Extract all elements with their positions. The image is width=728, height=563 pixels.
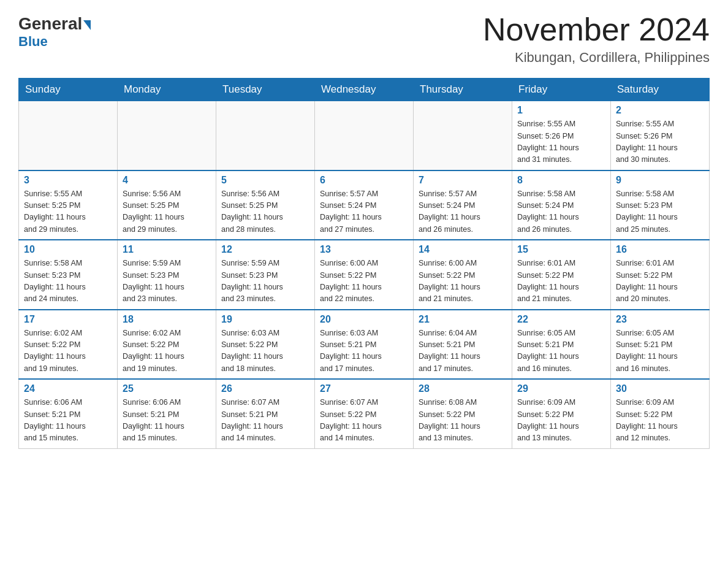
header-thursday: Thursday — [414, 79, 512, 101]
table-row: 3Sunrise: 5:55 AMSunset: 5:25 PMDaylight… — [19, 170, 118, 240]
day-info: Sunrise: 5:55 AMSunset: 5:26 PMDaylight:… — [616, 118, 704, 166]
day-info: Sunrise: 6:01 AMSunset: 5:22 PMDaylight:… — [517, 258, 605, 305]
location-subtitle: Kibungan, Cordillera, Philippines — [483, 50, 710, 66]
table-row: 15Sunrise: 6:01 AMSunset: 5:22 PMDayligh… — [512, 240, 611, 310]
calendar-table: Sunday Monday Tuesday Wednesday Thursday… — [18, 78, 710, 449]
table-row — [19, 101, 118, 170]
logo-blue-text: Blue — [18, 34, 48, 50]
day-number: 20 — [320, 314, 408, 325]
header-monday: Monday — [118, 79, 216, 101]
day-number: 7 — [419, 175, 507, 186]
header-tuesday: Tuesday — [216, 79, 315, 101]
logo-arrow-icon — [83, 20, 91, 30]
table-row: 7Sunrise: 5:57 AMSunset: 5:24 PMDaylight… — [414, 170, 512, 240]
calendar-week-4: 17Sunrise: 6:02 AMSunset: 5:22 PMDayligh… — [19, 310, 710, 380]
day-info: Sunrise: 6:03 AMSunset: 5:21 PMDaylight:… — [320, 327, 408, 375]
day-info: Sunrise: 5:58 AMSunset: 5:23 PMDaylight:… — [616, 188, 704, 236]
day-info: Sunrise: 6:02 AMSunset: 5:22 PMDaylight:… — [24, 327, 112, 375]
day-info: Sunrise: 5:58 AMSunset: 5:23 PMDaylight:… — [24, 258, 112, 305]
calendar-week-3: 10Sunrise: 5:58 AMSunset: 5:23 PMDayligh… — [19, 240, 710, 310]
logo: General Blue — [18, 15, 91, 50]
day-number: 25 — [123, 383, 211, 394]
table-row: 21Sunrise: 6:04 AMSunset: 5:21 PMDayligh… — [414, 310, 512, 380]
day-number: 27 — [320, 383, 408, 394]
day-info: Sunrise: 6:05 AMSunset: 5:21 PMDaylight:… — [616, 327, 704, 375]
day-number: 16 — [616, 244, 704, 255]
day-number: 8 — [517, 175, 605, 186]
day-number: 9 — [616, 175, 704, 186]
calendar-week-1: 1Sunrise: 5:55 AMSunset: 5:26 PMDaylight… — [19, 101, 710, 170]
table-row: 2Sunrise: 5:55 AMSunset: 5:26 PMDaylight… — [611, 101, 710, 170]
day-number: 22 — [517, 314, 605, 325]
table-row: 8Sunrise: 5:58 AMSunset: 5:24 PMDaylight… — [512, 170, 611, 240]
table-row: 28Sunrise: 6:08 AMSunset: 5:22 PMDayligh… — [414, 379, 512, 448]
day-number: 18 — [123, 314, 211, 325]
day-number: 5 — [221, 175, 309, 186]
table-row: 10Sunrise: 5:58 AMSunset: 5:23 PMDayligh… — [19, 240, 118, 310]
day-info: Sunrise: 5:56 AMSunset: 5:25 PMDaylight:… — [221, 188, 309, 236]
day-info: Sunrise: 5:55 AMSunset: 5:25 PMDaylight:… — [24, 188, 112, 236]
day-number: 6 — [320, 175, 408, 186]
day-number: 17 — [24, 314, 112, 325]
table-row: 27Sunrise: 6:07 AMSunset: 5:22 PMDayligh… — [315, 379, 414, 448]
day-info: Sunrise: 6:08 AMSunset: 5:22 PMDaylight:… — [419, 397, 507, 445]
table-row: 16Sunrise: 6:01 AMSunset: 5:22 PMDayligh… — [611, 240, 710, 310]
header-wednesday: Wednesday — [315, 79, 414, 101]
day-number: 13 — [320, 244, 408, 255]
table-row: 23Sunrise: 6:05 AMSunset: 5:21 PMDayligh… — [611, 310, 710, 380]
header-friday: Friday — [512, 79, 611, 101]
table-row: 14Sunrise: 6:00 AMSunset: 5:22 PMDayligh… — [414, 240, 512, 310]
day-info: Sunrise: 5:59 AMSunset: 5:23 PMDaylight:… — [221, 258, 309, 305]
month-year-title: November 2024 — [483, 12, 710, 47]
table-row: 25Sunrise: 6:06 AMSunset: 5:21 PMDayligh… — [118, 379, 216, 448]
day-info: Sunrise: 6:09 AMSunset: 5:22 PMDaylight:… — [517, 397, 605, 445]
day-info: Sunrise: 5:56 AMSunset: 5:25 PMDaylight:… — [123, 188, 211, 236]
day-number: 1 — [517, 105, 605, 116]
day-number: 11 — [123, 244, 211, 255]
calendar-week-5: 24Sunrise: 6:06 AMSunset: 5:21 PMDayligh… — [19, 379, 710, 448]
weekday-header-row: Sunday Monday Tuesday Wednesday Thursday… — [19, 79, 710, 101]
day-info: Sunrise: 5:58 AMSunset: 5:24 PMDaylight:… — [517, 188, 605, 236]
day-number: 24 — [24, 383, 112, 394]
table-row: 6Sunrise: 5:57 AMSunset: 5:24 PMDaylight… — [315, 170, 414, 240]
table-row — [118, 101, 216, 170]
table-row: 20Sunrise: 6:03 AMSunset: 5:21 PMDayligh… — [315, 310, 414, 380]
day-info: Sunrise: 6:09 AMSunset: 5:22 PMDaylight:… — [616, 397, 704, 445]
day-info: Sunrise: 5:57 AMSunset: 5:24 PMDaylight:… — [419, 188, 507, 236]
table-row — [315, 101, 414, 170]
table-row: 26Sunrise: 6:07 AMSunset: 5:21 PMDayligh… — [216, 379, 315, 448]
logo-general: General — [18, 15, 91, 33]
table-row: 13Sunrise: 6:00 AMSunset: 5:22 PMDayligh… — [315, 240, 414, 310]
table-row: 22Sunrise: 6:05 AMSunset: 5:21 PMDayligh… — [512, 310, 611, 380]
header-sunday: Sunday — [19, 79, 118, 101]
table-row: 9Sunrise: 5:58 AMSunset: 5:23 PMDaylight… — [611, 170, 710, 240]
day-info: Sunrise: 5:59 AMSunset: 5:23 PMDaylight:… — [123, 258, 211, 305]
day-info: Sunrise: 6:01 AMSunset: 5:22 PMDaylight:… — [616, 258, 704, 305]
day-number: 28 — [419, 383, 507, 394]
day-number: 19 — [221, 314, 309, 325]
table-row: 11Sunrise: 5:59 AMSunset: 5:23 PMDayligh… — [118, 240, 216, 310]
day-info: Sunrise: 5:57 AMSunset: 5:24 PMDaylight:… — [320, 188, 408, 236]
table-row: 5Sunrise: 5:56 AMSunset: 5:25 PMDaylight… — [216, 170, 315, 240]
header-saturday: Saturday — [611, 79, 710, 101]
day-number: 23 — [616, 314, 704, 325]
day-number: 15 — [517, 244, 605, 255]
day-number: 3 — [24, 175, 112, 186]
table-row: 4Sunrise: 5:56 AMSunset: 5:25 PMDaylight… — [118, 170, 216, 240]
day-info: Sunrise: 6:00 AMSunset: 5:22 PMDaylight:… — [419, 258, 507, 305]
table-row: 19Sunrise: 6:03 AMSunset: 5:22 PMDayligh… — [216, 310, 315, 380]
day-info: Sunrise: 6:07 AMSunset: 5:21 PMDaylight:… — [221, 397, 309, 445]
table-row: 30Sunrise: 6:09 AMSunset: 5:22 PMDayligh… — [611, 379, 710, 448]
table-row: 24Sunrise: 6:06 AMSunset: 5:21 PMDayligh… — [19, 379, 118, 448]
day-number: 30 — [616, 383, 704, 394]
day-number: 29 — [517, 383, 605, 394]
page-header: General Blue November 2024 Kibungan, Cor… — [18, 12, 710, 66]
day-info: Sunrise: 6:00 AMSunset: 5:22 PMDaylight:… — [320, 258, 408, 305]
day-info: Sunrise: 6:06 AMSunset: 5:21 PMDaylight:… — [24, 397, 112, 445]
table-row: 17Sunrise: 6:02 AMSunset: 5:22 PMDayligh… — [19, 310, 118, 380]
day-info: Sunrise: 6:04 AMSunset: 5:21 PMDaylight:… — [419, 327, 507, 375]
table-row: 1Sunrise: 5:55 AMSunset: 5:26 PMDaylight… — [512, 101, 611, 170]
day-info: Sunrise: 6:02 AMSunset: 5:22 PMDaylight:… — [123, 327, 211, 375]
calendar-week-2: 3Sunrise: 5:55 AMSunset: 5:25 PMDaylight… — [19, 170, 710, 240]
day-info: Sunrise: 6:03 AMSunset: 5:22 PMDaylight:… — [221, 327, 309, 375]
